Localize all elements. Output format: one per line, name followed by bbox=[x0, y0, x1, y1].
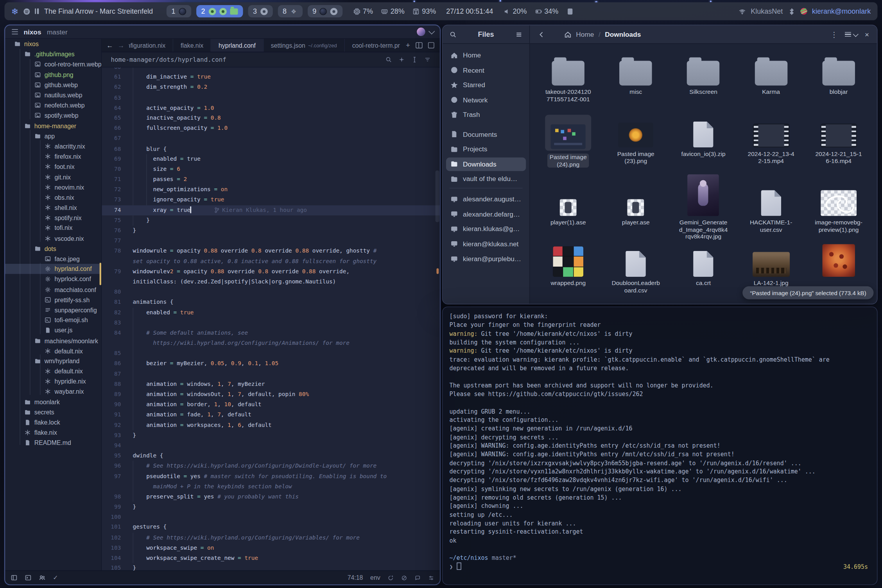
project-name[interactable]: nixos bbox=[23, 28, 41, 36]
sidebar-item-downloads[interactable]: Downloads bbox=[446, 157, 526, 171]
copilot-icon[interactable] bbox=[401, 575, 407, 581]
grid-item[interactable]: player(1).ase bbox=[534, 173, 602, 244]
workspace-8[interactable]: 8❖ bbox=[278, 5, 302, 18]
sidebar-account[interactable]: alesander.august… bbox=[446, 192, 526, 206]
tab-configuration.nix[interactable]: configuration.nix bbox=[129, 39, 173, 52]
grid-item[interactable]: 2024-12-21_15-1 6-16.mp4 bbox=[805, 115, 873, 174]
terminal-panel-icon[interactable] bbox=[25, 574, 31, 581]
grid-item[interactable]: Pasted image (23).png bbox=[602, 115, 670, 174]
grid-item[interactable]: ca.crt bbox=[670, 244, 737, 304]
workspace-1[interactable]: 1 bbox=[166, 5, 191, 18]
sidebar-item-recent[interactable]: Recent bbox=[446, 63, 526, 77]
breadcrumb[interactable]: home-manager/dots/hyprland.conf bbox=[111, 56, 226, 63]
grid-item[interactable]: DoubloonLeaderb oard.csv bbox=[602, 244, 670, 304]
bluetooth-icon[interactable] bbox=[788, 7, 795, 15]
sidebar-account[interactable]: kieran.klukas@g… bbox=[446, 222, 526, 236]
grid-item[interactable]: player.ase bbox=[602, 173, 670, 244]
grid-item[interactable]: image-removebg- preview(1).png bbox=[805, 173, 873, 244]
sidebar-item-projects[interactable]: Projects bbox=[446, 142, 526, 156]
editor-scrollbar[interactable] bbox=[436, 170, 439, 222]
battery[interactable]: 34% bbox=[535, 7, 558, 15]
tray-icon[interactable] bbox=[800, 8, 807, 14]
workspace-3[interactable]: 3 bbox=[248, 5, 272, 18]
forward-icon[interactable]: → bbox=[118, 41, 124, 49]
inline-assist-icon[interactable] bbox=[398, 56, 405, 63]
grid-item[interactable]: Gemini_Generate d_Image_4rqv8k4 rqv8k4rq… bbox=[670, 173, 737, 244]
sidebar-account[interactable]: kieran@klukas.net bbox=[446, 237, 526, 251]
sidebar-item-home[interactable]: Home bbox=[446, 48, 526, 62]
tab-settings.json[interactable]: settings.json~/.config/zed bbox=[264, 39, 345, 52]
back-icon[interactable]: ← bbox=[106, 41, 113, 49]
home-icon[interactable] bbox=[564, 30, 572, 38]
grid-item[interactable]: Pasted image (24).png bbox=[534, 115, 602, 174]
tree-item[interactable]: nixos bbox=[5, 39, 101, 49]
grid-item[interactable]: blobjar bbox=[805, 50, 873, 115]
network-name[interactable]: KlukasNet bbox=[751, 7, 783, 15]
search-icon[interactable] bbox=[450, 30, 457, 38]
sidebar-account[interactable]: kieran@purplebu… bbox=[446, 252, 526, 266]
sidebar-item-network[interactable]: Network bbox=[446, 93, 526, 107]
breadcrumb-home[interactable]: Home bbox=[576, 30, 594, 38]
back-icon[interactable] bbox=[538, 30, 545, 38]
pause-icon[interactable] bbox=[35, 9, 39, 14]
grid-item[interactable]: wrapped.png bbox=[534, 244, 602, 304]
grid-item[interactable]: Karma bbox=[737, 50, 805, 115]
breadcrumb-current[interactable]: Downloads bbox=[605, 30, 641, 38]
tablet-icon[interactable] bbox=[566, 7, 574, 15]
git-branch[interactable]: master bbox=[47, 28, 68, 36]
sidebar-item-vaultoftheeldu[interactable]: vault of the eldu… bbox=[446, 172, 526, 186]
grid-item[interactable]: 2024-12-22_13-4 2-15.mp4 bbox=[737, 115, 805, 174]
sidebar-account[interactable]: alexander.defarg… bbox=[446, 207, 526, 221]
avatar[interactable] bbox=[417, 28, 425, 36]
tab-hyprland.conf[interactable]: hyprland.conf bbox=[211, 39, 264, 52]
now-playing[interactable]: The Final Arrow - Marc Streitenfeld bbox=[44, 7, 153, 15]
settings-icon[interactable] bbox=[428, 575, 434, 581]
workspace-9[interactable]: 9 bbox=[307, 5, 343, 18]
tab-cool-retro-term.png[interactable]: cool-retro-term.png bbox=[345, 39, 400, 52]
project-panel-icon[interactable] bbox=[11, 574, 17, 581]
stat-value: 93% bbox=[422, 7, 436, 15]
token: = bbox=[211, 125, 217, 131]
update-icon[interactable] bbox=[387, 575, 394, 581]
stat-disk[interactable]: 93% bbox=[412, 7, 436, 15]
grid-item[interactable]: takeout-2024120 7T155714Z-001 bbox=[534, 50, 602, 115]
sidebar-item-trash[interactable]: Trash bbox=[446, 108, 526, 122]
text-cursor-icon[interactable] bbox=[411, 56, 418, 63]
stat-cpu[interactable]: 7% bbox=[353, 7, 373, 15]
token: = bbox=[177, 176, 183, 182]
code-text: } bbox=[133, 563, 136, 570]
volume[interactable]: 20% bbox=[503, 7, 527, 15]
token: myBezier, bbox=[177, 360, 211, 366]
language-selector[interactable]: env bbox=[370, 574, 380, 581]
terminal-window[interactable]: [sudo] password for kierank:Place your f… bbox=[442, 307, 878, 585]
grid-item[interactable]: favicon_io(3).zip bbox=[670, 115, 737, 174]
stat-memory[interactable]: 28% bbox=[381, 7, 404, 15]
split-icon[interactable] bbox=[416, 42, 422, 48]
tab-flake.nix[interactable]: flake.nix bbox=[173, 39, 211, 52]
close-icon[interactable]: × bbox=[865, 30, 869, 39]
maximize-icon[interactable] bbox=[428, 42, 434, 48]
filter-icon[interactable] bbox=[424, 56, 431, 63]
collab-icon[interactable] bbox=[39, 574, 45, 581]
tree-item-label: flake.nix bbox=[34, 429, 57, 436]
grid-item[interactable]: HACKATIME-1- user.csv bbox=[737, 173, 805, 244]
cursor-position[interactable]: 74:18 bbox=[348, 574, 363, 581]
sidebar-item-documents[interactable]: Documents bbox=[446, 127, 526, 141]
workspace-2[interactable]: 2 bbox=[196, 5, 243, 18]
diagnostics-check-icon[interactable]: ✓ bbox=[53, 574, 58, 581]
code-editor[interactable]: 6061dim_inactive = true62dim_strength = … bbox=[102, 68, 440, 570]
clock[interactable]: 27/12 00:51:44 bbox=[446, 7, 493, 15]
code-line: 73ignore_opacity = true bbox=[102, 195, 440, 205]
chevron-down-icon[interactable] bbox=[428, 28, 435, 34]
view-toggle[interactable] bbox=[845, 32, 858, 37]
assistant-icon[interactable] bbox=[414, 575, 421, 581]
grid-item[interactable]: Silkscreen bbox=[670, 50, 737, 115]
grid-item[interactable]: misc bbox=[602, 50, 670, 115]
hamburger-menu-icon[interactable] bbox=[515, 30, 523, 38]
kebab-menu-icon[interactable]: ⋮ bbox=[830, 30, 838, 39]
search-icon[interactable] bbox=[385, 56, 392, 63]
wifi-icon[interactable] bbox=[739, 7, 746, 15]
sidebar-item-starred[interactable]: Starred bbox=[446, 78, 526, 92]
menu-icon[interactable] bbox=[12, 29, 18, 34]
new-tab-icon[interactable]: + bbox=[406, 41, 410, 49]
